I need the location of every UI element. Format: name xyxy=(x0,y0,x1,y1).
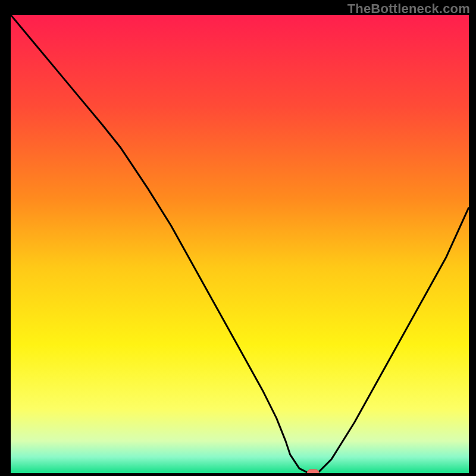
optimal-marker xyxy=(307,469,319,473)
gradient-background xyxy=(11,15,469,473)
chart-frame: TheBottleneck.com xyxy=(0,0,476,476)
bottleneck-chart xyxy=(11,15,469,473)
